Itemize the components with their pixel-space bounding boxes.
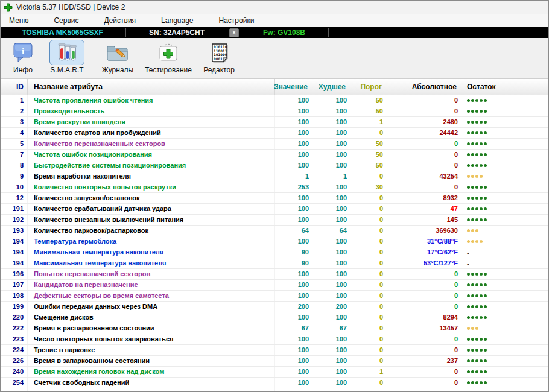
attr-id: 12 [1,193,28,203]
attr-threshold: 0 [351,378,387,388]
table-row[interactable]: 9Время наработки накопителя11043254 [1,171,548,182]
attr-name: Минимальная температура накопителя [28,247,275,258]
toolbar-button-testing[interactable]: Тестирование [143,40,194,74]
toolbar-button-smart[interactable]: S.M.A.R.T [42,40,92,74]
menu-item-language[interactable]: Language [157,15,197,26]
table-row[interactable]: 7Частота ошибок позиционирования10010050… [1,150,548,160]
table-row[interactable]: 4Количество стартов или пробуждений10010… [1,128,548,139]
table-row[interactable]: 5Количество переназначенных секторов1001… [1,139,548,150]
toolbar-button-editor[interactable]: 0101101100111010000001Редактор [194,40,244,74]
attr-name: Количество запусков/остановок [28,193,275,203]
table-row[interactable]: 12Количество запусков/остановок100100089… [1,193,548,204]
menu-item-сервис[interactable]: Сервис [50,15,82,26]
attr-id: 1 [1,95,28,106]
row-filler [504,356,548,366]
health-dot [484,294,487,297]
attr-name: Максимальная температура накопителя [28,258,275,268]
empty-cell [28,388,275,391]
toolbar-button-info[interactable]: iИнфо [4,40,42,74]
device-bar: TOSHIBA MK5065GSXF SN: 32A4P5CHT x Fw: G… [1,27,548,38]
table-row[interactable]: 220Смещение дисков10010008294 [1,312,548,323]
attr-value: 67 [275,323,313,334]
attr-worst: 100 [313,312,351,323]
attr-value: 100 [275,269,313,279]
table-row[interactable]: 224Трение в парковке10010000 [1,345,548,356]
menu-item-меню[interactable]: Меню [5,15,32,26]
table-row[interactable]: 191Количество срабатываний датчика удара… [1,204,548,215]
health-dot [480,142,483,145]
health-dot [475,121,478,124]
table-row[interactable]: 223Число повторных попыток запарковаться… [1,334,548,345]
table-row[interactable]: 10Количество повторных попыток раскрутки… [1,182,548,193]
attr-value: 200 [275,302,313,312]
attr-raw-value: 24442 [387,128,462,138]
toolbar-button-journals[interactable]: Журналы [92,40,143,74]
attr-worst: 100 [313,139,351,149]
health-dot [475,370,478,373]
empty-row [1,388,548,391]
attr-value: 100 [275,367,313,377]
table-row[interactable]: 226Время в запаркованном состоянии100100… [1,356,548,367]
table-row[interactable]: 194Минимальная температура накопителя901… [1,247,548,258]
device-close-button[interactable]: x [229,28,239,37]
attr-id: 7 [1,150,28,160]
health-dot [471,153,474,156]
attr-threshold: 0 [351,280,387,290]
health-dot [467,229,470,232]
attr-value: 100 [275,160,313,171]
health-dot [484,370,487,373]
attr-raw-value: 0 [387,150,462,160]
table-row[interactable]: 196Попыток переназначений секторов100100… [1,269,548,280]
row-filler [504,204,548,214]
health-dot [480,316,483,319]
table-row[interactable]: 254Счетчик свободных падений10010000 [1,378,548,388]
table-row[interactable]: 8Быстродействие системы позиционирования… [1,160,548,171]
table-row[interactable]: 194Максимальная температура накопителя90… [1,258,548,269]
table-row[interactable]: 3Время раскрутки шпинделя10010012480 [1,117,548,128]
attr-health-dots [462,106,504,116]
table-row[interactable]: 1Частота проявления ошибок чтения1001005… [1,95,548,106]
table-row[interactable]: 197Кандидатов на переназначение10010000 [1,280,548,291]
health-dot [475,305,478,308]
menu-item-действия[interactable]: Действия [101,15,140,26]
attr-worst: 67 [313,323,351,334]
column-header-4[interactable]: Порог [351,79,387,95]
info-icon: i [5,40,40,65]
titlebar: Victoria 5.37 HDD/SSD | Device 2 [1,1,548,14]
toolbar-button-label: S.M.A.R.T [50,66,83,74]
table-row[interactable]: 194Температура гермоблока100100031°C/88°… [1,236,548,247]
attr-name: Количество срабатываний датчика удара [28,204,275,214]
health-dot [480,359,483,362]
health-dot [467,99,470,102]
column-header-2[interactable]: Значение [275,79,313,95]
column-header-5[interactable]: Абсолютное [387,79,462,95]
health-dot [480,186,483,189]
attr-health-dots [462,226,504,236]
table-row[interactable]: 240Время нахождения головок над диском10… [1,367,548,378]
column-header-6[interactable]: Остаток [462,79,504,95]
table-row[interactable]: 222Время в распаркованном состоянии67670… [1,323,548,334]
column-header-3[interactable]: Худшее [313,79,351,95]
attr-threshold: 0 [351,334,387,344]
health-dot [480,131,483,134]
health-dot [475,359,478,362]
health-dot [475,327,478,330]
table-row[interactable]: 199Ошибки передачи данных через DMA20020… [1,302,548,312]
health-dot [471,229,474,232]
attr-name: Количество стартов или пробуждений [28,128,275,138]
table-row[interactable]: 198Дефектные секторы во время самотеста1… [1,291,548,302]
attr-worst: 100 [313,378,351,388]
attr-name: Частота ошибок позиционирования [28,150,275,160]
health-dot [484,305,487,308]
table-row[interactable]: 193Количество парковок/распарковок646403… [1,226,548,236]
health-dot [467,207,470,210]
table-row[interactable]: 192Количество внезапных выключений питан… [1,215,548,226]
column-header-1[interactable]: Название атрибута [28,79,275,95]
attr-threshold: 50 [351,106,387,116]
attr-health-dots [462,323,504,334]
table-row[interactable]: 2Производительность100100500 [1,106,548,117]
menu-item-настройки[interactable]: Настройки [215,15,258,26]
row-filler [504,193,548,203]
attr-id: 196 [1,269,28,279]
column-header-0[interactable]: ID [1,79,28,95]
